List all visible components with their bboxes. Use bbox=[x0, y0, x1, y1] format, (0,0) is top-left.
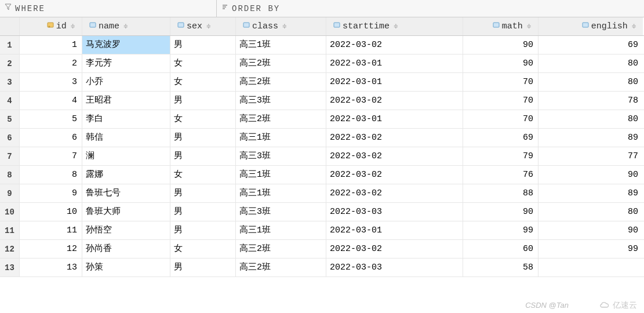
cell-id[interactable]: 13 bbox=[20, 259, 82, 276]
table-row[interactable]: 44王昭君男高三3班2022-03-027078 bbox=[0, 92, 644, 110]
row-number[interactable]: 7 bbox=[0, 147, 20, 165]
table-row[interactable]: 1010鲁班大师男高三3班2022-03-039080 bbox=[0, 203, 644, 221]
column-header-name[interactable]: name ≑ bbox=[82, 17, 170, 35]
cell-sex[interactable]: 女 bbox=[170, 240, 236, 258]
cell-english[interactable]: 80 bbox=[539, 54, 643, 72]
cell-math[interactable]: 90 bbox=[463, 36, 539, 54]
cell-name[interactable]: 李元芳 bbox=[82, 54, 170, 72]
cell-math[interactable]: 70 bbox=[463, 92, 539, 110]
table-row[interactable]: 88露娜女高三1班2022-03-027690 bbox=[0, 166, 644, 184]
cell-class[interactable]: 高三1班 bbox=[236, 129, 326, 147]
cell-class[interactable]: 高三1班 bbox=[236, 166, 326, 184]
cell-name[interactable]: 露娜 bbox=[82, 166, 170, 184]
cell-name[interactable]: 马克波罗 bbox=[82, 36, 170, 54]
cell-math[interactable]: 58 bbox=[463, 259, 539, 276]
column-header-english[interactable]: english ≑ bbox=[539, 17, 643, 35]
column-header-class[interactable]: class ≑ bbox=[236, 17, 326, 35]
cell-name[interactable]: 澜 bbox=[82, 147, 170, 165]
cell-sex[interactable]: 男 bbox=[170, 259, 236, 276]
cell-id[interactable]: 3 bbox=[20, 73, 82, 91]
cell-class[interactable]: 高三2班 bbox=[236, 240, 326, 258]
cell-sex[interactable]: 男 bbox=[170, 184, 236, 202]
where-clause-input[interactable]: WHERE bbox=[0, 0, 217, 17]
cell-starttime[interactable]: 2022-03-02 bbox=[326, 147, 463, 165]
cell-sex[interactable]: 女 bbox=[170, 54, 236, 72]
cell-math[interactable]: 99 bbox=[463, 221, 539, 239]
cell-starttime[interactable]: 2022-03-01 bbox=[326, 110, 463, 128]
cell-starttime[interactable]: 2022-03-02 bbox=[326, 36, 463, 54]
cell-id[interactable]: 1 bbox=[20, 36, 82, 54]
cell-id[interactable]: 6 bbox=[20, 129, 82, 147]
cell-name[interactable]: 王昭君 bbox=[82, 92, 170, 110]
cell-math[interactable]: 69 bbox=[463, 129, 539, 147]
row-number[interactable]: 8 bbox=[0, 166, 20, 184]
cell-class[interactable]: 高三3班 bbox=[236, 147, 326, 165]
row-number[interactable]: 10 bbox=[0, 203, 20, 221]
table-row[interactable]: 22李元芳女高三2班2022-03-019080 bbox=[0, 54, 644, 73]
cell-class[interactable]: 高三1班 bbox=[236, 221, 326, 239]
cell-english[interactable]: 78 bbox=[539, 92, 643, 110]
cell-sex[interactable]: 男 bbox=[170, 36, 236, 54]
cell-class[interactable]: 高三2班 bbox=[236, 54, 326, 72]
cell-id[interactable]: 12 bbox=[20, 240, 82, 258]
cell-sex[interactable]: 男 bbox=[170, 203, 236, 221]
table-row[interactable]: 77澜男高三3班2022-03-027977 bbox=[0, 147, 644, 166]
row-number[interactable]: 13 bbox=[0, 259, 20, 276]
cell-starttime[interactable]: 2022-03-03 bbox=[326, 259, 463, 276]
row-number[interactable]: 5 bbox=[0, 110, 20, 128]
cell-math[interactable]: 88 bbox=[463, 184, 539, 202]
cell-english[interactable]: 90 bbox=[539, 166, 643, 184]
cell-english[interactable]: 80 bbox=[539, 73, 643, 91]
cell-math[interactable]: 70 bbox=[463, 73, 539, 91]
cell-class[interactable]: 高三1班 bbox=[236, 184, 326, 202]
cell-english[interactable] bbox=[539, 259, 643, 276]
cell-class[interactable]: 高三3班 bbox=[236, 203, 326, 221]
cell-id[interactable]: 8 bbox=[20, 166, 82, 184]
cell-id[interactable]: 9 bbox=[20, 184, 82, 202]
cell-starttime[interactable]: 2022-03-02 bbox=[326, 166, 463, 184]
column-header-sex[interactable]: sex ≑ bbox=[170, 17, 236, 35]
cell-name[interactable]: 孙悟空 bbox=[82, 221, 170, 239]
column-header-starttime[interactable]: starttime ≑ bbox=[326, 17, 463, 35]
cell-sex[interactable]: 女 bbox=[170, 166, 236, 184]
cell-starttime[interactable]: 2022-03-03 bbox=[326, 203, 463, 221]
cell-name[interactable]: 孙尚香 bbox=[82, 240, 170, 258]
cell-sex[interactable]: 男 bbox=[170, 129, 236, 147]
cell-sex[interactable]: 女 bbox=[170, 110, 236, 128]
cell-english[interactable]: 69 bbox=[539, 36, 643, 54]
cell-id[interactable]: 7 bbox=[20, 147, 82, 165]
cell-english[interactable]: 90 bbox=[539, 221, 643, 239]
cell-math[interactable]: 76 bbox=[463, 166, 539, 184]
cell-english[interactable]: 89 bbox=[539, 129, 643, 147]
column-header-math[interactable]: math ≑ bbox=[463, 17, 539, 35]
cell-starttime[interactable]: 2022-03-01 bbox=[326, 73, 463, 91]
row-number[interactable]: 11 bbox=[0, 221, 20, 239]
column-header-id[interactable]: id ≑ bbox=[20, 17, 82, 35]
table-row[interactable]: 11马克波罗男高三1班2022-03-029069 bbox=[0, 36, 644, 54]
cell-name[interactable]: 孙策 bbox=[82, 259, 170, 276]
cell-starttime[interactable]: 2022-03-02 bbox=[326, 129, 463, 147]
table-row[interactable]: 55李白女高三2班2022-03-017080 bbox=[0, 110, 644, 129]
row-number[interactable]: 6 bbox=[0, 129, 20, 147]
cell-math[interactable]: 79 bbox=[463, 147, 539, 165]
cell-sex[interactable]: 男 bbox=[170, 92, 236, 110]
cell-sex[interactable]: 男 bbox=[170, 147, 236, 165]
cell-starttime[interactable]: 2022-03-02 bbox=[326, 92, 463, 110]
cell-english[interactable]: 80 bbox=[539, 203, 643, 221]
cell-id[interactable]: 4 bbox=[20, 92, 82, 110]
cell-id[interactable]: 2 bbox=[20, 54, 82, 72]
cell-starttime[interactable]: 2022-03-01 bbox=[326, 54, 463, 72]
cell-sex[interactable]: 男 bbox=[170, 221, 236, 239]
cell-name[interactable]: 小乔 bbox=[82, 73, 170, 91]
row-number[interactable]: 3 bbox=[0, 73, 20, 91]
cell-name[interactable]: 李白 bbox=[82, 110, 170, 128]
cell-name[interactable]: 鲁班七号 bbox=[82, 184, 170, 202]
table-row[interactable]: 1313孙策男高三2班2022-03-0358 bbox=[0, 259, 644, 277]
table-row[interactable]: 1111孙悟空男高三1班2022-03-019990 bbox=[0, 221, 644, 240]
cell-sex[interactable]: 女 bbox=[170, 73, 236, 91]
cell-math[interactable]: 90 bbox=[463, 54, 539, 72]
cell-math[interactable]: 60 bbox=[463, 240, 539, 258]
cell-name[interactable]: 韩信 bbox=[82, 129, 170, 147]
cell-name[interactable]: 鲁班大师 bbox=[82, 203, 170, 221]
cell-class[interactable]: 高三1班 bbox=[236, 36, 326, 54]
